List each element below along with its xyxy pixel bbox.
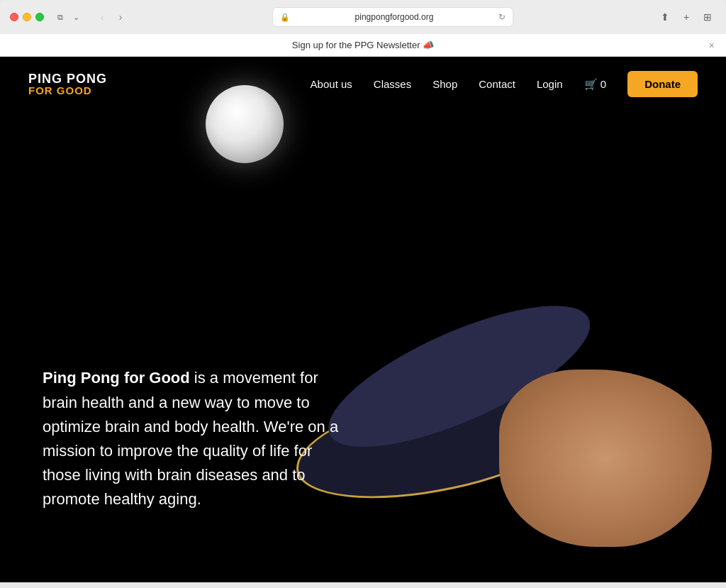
add-tab-button[interactable]: + xyxy=(678,9,695,26)
window-controls: ⧉ ⌄ xyxy=(54,11,82,23)
logo-for: for xyxy=(28,84,53,96)
traffic-lights xyxy=(10,13,44,21)
website-content: PING PONG for GOOD About us Classes Shop… xyxy=(0,57,726,582)
banner-close-button[interactable]: × xyxy=(709,40,715,51)
chevron-down-icon[interactable]: ⌄ xyxy=(69,11,82,23)
cart-button[interactable]: 🛒 0 xyxy=(584,78,607,91)
lock-icon: 🔒 xyxy=(280,13,290,22)
nav-about-us[interactable]: About us xyxy=(311,78,352,90)
share-button[interactable]: ⬆ xyxy=(657,9,674,26)
address-bar[interactable]: 🔒 pingpongforgood.org ↻ xyxy=(272,7,513,27)
site-header: PING PONG for GOOD About us Classes Shop… xyxy=(0,57,726,111)
tile-window-button[interactable]: ⧉ xyxy=(54,11,67,23)
browser-actions: ⬆ + ⊞ xyxy=(657,9,716,26)
hand xyxy=(499,370,712,547)
logo[interactable]: PING PONG for GOOD xyxy=(28,72,107,96)
hero-content: Ping Pong for Good is a movement for bra… xyxy=(43,366,354,511)
nav-login[interactable]: Login xyxy=(537,78,563,90)
site-nav: About us Classes Shop Contact Login 🛒 0 … xyxy=(311,71,698,97)
banner-text: Sign up for the PPG Newsletter 📣 xyxy=(292,40,434,50)
title-bar: ⧉ ⌄ ‹ › 🔒 pingpongforgood.org ↻ ⬆ + ⊞ xyxy=(0,0,726,34)
forward-button[interactable]: › xyxy=(112,9,129,26)
address-bar-wrapper: 🔒 pingpongforgood.org ↻ xyxy=(135,7,651,27)
logo-good: GOOD xyxy=(57,84,92,96)
maximize-window-button[interactable] xyxy=(35,13,44,21)
notification-banner: Sign up for the PPG Newsletter 📣 × xyxy=(0,34,726,57)
logo-line2: for GOOD xyxy=(28,85,107,96)
close-window-button[interactable] xyxy=(10,13,18,21)
logo-line1: PING PONG xyxy=(28,72,107,85)
reload-button[interactable]: ↻ xyxy=(498,12,506,22)
nav-classes[interactable]: Classes xyxy=(374,78,411,90)
nav-shop[interactable]: Shop xyxy=(432,78,457,90)
donate-button[interactable]: Donate xyxy=(627,71,698,97)
nav-contact[interactable]: Contact xyxy=(479,78,515,90)
url-text: pingpongforgood.org xyxy=(294,12,494,22)
back-button[interactable]: ‹ xyxy=(94,9,111,26)
minimize-window-button[interactable] xyxy=(23,13,31,21)
hero-description: Ping Pong for Good is a movement for bra… xyxy=(43,366,354,511)
hero-text-rest: is a movement for brain health and a new… xyxy=(43,369,338,507)
browser-chrome: ⧉ ⌄ ‹ › 🔒 pingpongforgood.org ↻ ⬆ + ⊞ Si… xyxy=(0,0,726,57)
nav-buttons: ‹ › xyxy=(94,9,129,26)
grid-view-button[interactable]: ⊞ xyxy=(699,9,716,26)
hero-text-bold: Ping Pong for Good xyxy=(43,369,190,387)
